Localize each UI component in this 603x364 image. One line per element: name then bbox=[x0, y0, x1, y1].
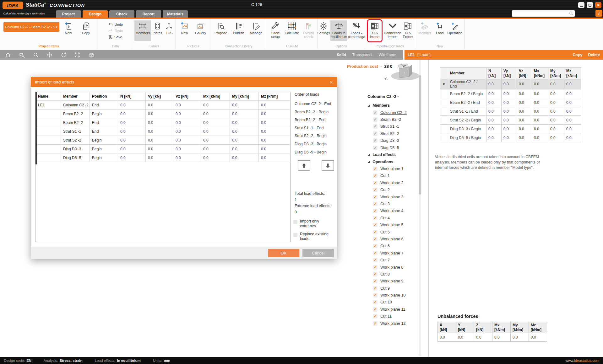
manage-button[interactable]: Manage bbox=[248, 20, 265, 41]
vy-cell[interactable]: 0.0 bbox=[146, 118, 173, 127]
tree-operation-item[interactable]: ✓ Work plane 8 bbox=[366, 264, 422, 270]
member-load-row[interactable]: Diag D3 -3 / Begin 0.0 0.0 0.0 0.0 0.0 0… bbox=[440, 125, 581, 133]
cancel-button[interactable]: Cancel bbox=[302, 249, 334, 257]
member-cell[interactable]: Strut S2 -2 bbox=[61, 136, 90, 145]
n-cell[interactable]: 0.0 bbox=[486, 98, 502, 107]
mz-cell[interactable]: 0.0 bbox=[564, 89, 581, 98]
mx-cell[interactable]: 0.0 bbox=[532, 107, 548, 116]
checkbox-checked-icon[interactable]: ✓ bbox=[373, 286, 378, 291]
mz-cell[interactable]: 0.0 bbox=[564, 133, 581, 142]
tree-operation-item[interactable]: ✓ Work plane 10 bbox=[366, 292, 422, 299]
checkbox-checked-icon[interactable]: ✓ bbox=[373, 174, 378, 178]
mx-cell[interactable]: 0.0 bbox=[532, 79, 548, 89]
mz-cell[interactable]: 0.0 bbox=[259, 101, 290, 110]
expanded-triangle-icon[interactable]: ◢ bbox=[368, 160, 370, 163]
vz-cell[interactable]: 0.0 bbox=[517, 107, 532, 116]
my-cell[interactable]: 0.0 bbox=[548, 116, 564, 125]
tree-operation-item[interactable]: ✓ Work plane 1 bbox=[366, 165, 422, 172]
vz-cell[interactable]: 0.0 bbox=[173, 153, 201, 162]
member-cell[interactable]: Diag D5 -5 bbox=[61, 153, 90, 162]
tree-operation-item[interactable]: ✓ Cut 8 bbox=[366, 271, 422, 278]
info-button[interactable]: i bbox=[595, 10, 602, 17]
vy-cell[interactable]: 0.0 bbox=[146, 153, 173, 162]
tree-operation-item[interactable]: ✓ Cut 7 bbox=[366, 257, 422, 264]
vz-cell[interactable]: 0.0 bbox=[517, 125, 532, 133]
ribbon-tab[interactable]: Report bbox=[136, 10, 161, 18]
publish-button[interactable]: Publish bbox=[230, 20, 247, 41]
new-project-item-button[interactable]: New bbox=[60, 20, 77, 41]
copy-project-item-button[interactable]: Copy bbox=[78, 20, 95, 41]
name-cell[interactable] bbox=[36, 145, 61, 153]
save-button[interactable]: Save bbox=[108, 35, 122, 40]
position-cell[interactable]: End bbox=[90, 127, 118, 136]
checkbox-checked-icon[interactable]: ✓ bbox=[373, 110, 378, 115]
my-cell[interactable]: 0.0 bbox=[548, 79, 564, 89]
mz-cell[interactable]: 0.0 bbox=[564, 98, 581, 107]
member-cell[interactable]: Coloumn C2 -2 bbox=[61, 101, 90, 110]
delete-load-button[interactable]: Delete bbox=[588, 53, 600, 57]
load-effect-row[interactable]: Beam B2 -2 End 0.0 0.0 0.0 0.0 0.0 0.0 bbox=[36, 118, 290, 127]
name-cell[interactable] bbox=[36, 136, 61, 145]
checkbox-checked-icon[interactable]: ✓ bbox=[373, 195, 378, 199]
n-cell[interactable]: 0.0 bbox=[118, 127, 146, 136]
vy-cell[interactable]: 0.0 bbox=[146, 127, 173, 136]
position-cell[interactable]: Begin bbox=[90, 136, 118, 145]
connection-import-button[interactable]: Connection Import bbox=[384, 20, 401, 41]
redo-button[interactable]: Redo bbox=[108, 28, 123, 33]
member-cell[interactable]: Coloumn C2 -2 / End bbox=[448, 79, 486, 89]
load-effect-row[interactable]: LE1 Coloumn C2 -2 End 0.0 0.0 0.0 0.0 0.… bbox=[36, 101, 290, 110]
vz-cell[interactable]: 0.0 bbox=[517, 116, 532, 125]
my-cell[interactable]: 0.0 bbox=[230, 145, 259, 153]
zoom-fit-icon[interactable] bbox=[74, 52, 80, 58]
member-load-row[interactable]: Diag D5 -5 / Begin 0.0 0.0 0.0 0.0 0.0 0… bbox=[440, 133, 581, 142]
checkbox-checked-icon[interactable]: ✓ bbox=[373, 202, 378, 206]
vy-cell[interactable]: 0.0 bbox=[502, 133, 517, 142]
vz-cell[interactable]: 0.0 bbox=[173, 136, 201, 145]
member-load-row[interactable]: Strut S2 -2 / Begin 0.0 0.0 0.0 0.0 0.0 … bbox=[440, 116, 581, 125]
ribbon-tab[interactable]: Design bbox=[83, 10, 108, 18]
move-up-button[interactable] bbox=[298, 160, 310, 171]
member-cell[interactable]: Beam B2 -2 / End bbox=[448, 98, 486, 107]
mx-cell[interactable]: 0.0 bbox=[532, 116, 548, 125]
copy-load-button[interactable]: Copy bbox=[573, 53, 582, 57]
vy-cell[interactable]: 0.0 bbox=[146, 145, 173, 153]
vz-cell[interactable]: 0.0 bbox=[173, 145, 201, 153]
member-load-row[interactable]: > Coloumn C2 -2 / End 0.0 0.0 0.0 0.0 0.… bbox=[440, 79, 581, 89]
load-effect-row[interactable]: Diag D5 -5 Begin 0.0 0.0 0.0 0.0 0.0 0.0 bbox=[36, 153, 290, 162]
mz-cell[interactable]: 0.0 bbox=[259, 153, 290, 162]
new-member-button[interactable]: Member bbox=[416, 20, 433, 41]
mx-cell[interactable]: 0.0 bbox=[532, 125, 548, 133]
checkbox-unchecked-icon[interactable] bbox=[293, 220, 297, 224]
member-cell[interactable]: Beam B2 -2 bbox=[61, 118, 90, 127]
mz-cell[interactable]: 0.0 bbox=[259, 136, 290, 145]
mz-cell[interactable]: 0.0 bbox=[564, 107, 581, 116]
member-cell[interactable]: Beam B2 -2 / Begin bbox=[448, 89, 486, 98]
mz-cell[interactable]: 0.0 bbox=[259, 110, 290, 118]
plates-labels-button[interactable]: Plates bbox=[152, 20, 163, 41]
n-cell[interactable]: 0.0 bbox=[118, 153, 146, 162]
vy-cell[interactable]: 0.0 bbox=[502, 116, 517, 125]
tree-operation-item[interactable]: ✓ Work plane 7 bbox=[366, 250, 422, 257]
my-cell[interactable]: 0.0 bbox=[548, 98, 564, 107]
new-operation-button[interactable]: Operation bbox=[447, 20, 463, 41]
tree-member-item[interactable]: ✓ Diag D5 -5 bbox=[366, 144, 422, 151]
my-cell[interactable]: 0.0 bbox=[548, 89, 564, 98]
mx-cell[interactable]: 0.0 bbox=[201, 136, 230, 145]
render-mode-option[interactable]: Solid bbox=[337, 53, 346, 57]
tree-member-item[interactable]: ✓ Coloumn C2 -2 bbox=[366, 109, 422, 116]
member-cell[interactable]: Diag D5 -5 / Begin bbox=[448, 133, 486, 142]
my-cell[interactable]: 0.0 bbox=[230, 153, 259, 162]
tree-operation-item[interactable]: ✓ Cut 6 bbox=[366, 243, 422, 249]
loads-percentage-button[interactable]: Loads - percentage bbox=[348, 20, 365, 41]
member-cell[interactable]: Strut S2 -2 / Begin bbox=[448, 116, 486, 125]
ribbon-tab[interactable]: Materials bbox=[163, 10, 188, 18]
n-cell[interactable]: 0.0 bbox=[486, 89, 502, 98]
tree-operation-item[interactable]: ✓ Work plane 2 bbox=[366, 179, 422, 186]
member-cell[interactable]: Diag D3 -3 bbox=[61, 145, 90, 153]
undo-button[interactable]: Undo bbox=[108, 22, 123, 27]
tree-member-item[interactable]: ✓ Beam B2 -2 bbox=[366, 116, 422, 123]
calculate-button[interactable]: Calculate bbox=[284, 20, 300, 41]
website-link[interactable]: www.ideastatica.com bbox=[566, 359, 599, 362]
n-cell[interactable]: 0.0 bbox=[486, 125, 502, 133]
checkbox-checked-icon[interactable]: ✓ bbox=[373, 251, 378, 255]
